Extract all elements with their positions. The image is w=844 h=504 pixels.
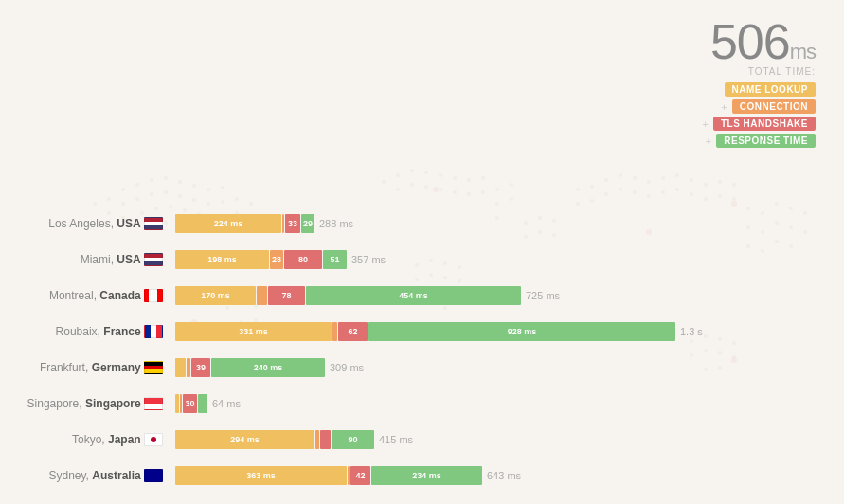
bar-segment-namelookup bbox=[175, 394, 179, 413]
location-label: Miami, USA bbox=[9, 253, 175, 267]
bar-segment-tls bbox=[320, 430, 331, 449]
legend: 506ms TOTAL TIME: NAME LOOKUP + CONNECTI… bbox=[703, 17, 817, 148]
bar-segment-connection bbox=[315, 430, 319, 449]
bar-segment-response: 928 ms bbox=[368, 322, 675, 341]
table-row: Frankfurt, Germany 39240 ms309 ms bbox=[9, 352, 825, 383]
chart-area: Los Angeles, USA 224 ms3329288 msMiami, … bbox=[0, 208, 844, 504]
bar-segment-response bbox=[198, 394, 207, 413]
bar-segment-connection bbox=[187, 358, 190, 377]
bar-segment-namelookup: 224 ms bbox=[175, 214, 281, 233]
bar-segment-tls: 80 bbox=[284, 250, 322, 269]
table-row: Tokyo, Japan 294 ms90415 ms bbox=[9, 424, 825, 455]
bar-total-label: 643 ms bbox=[487, 470, 521, 481]
bar-total-label: 725 ms bbox=[526, 290, 560, 301]
bar-segment-connection bbox=[180, 394, 182, 413]
bar-segment-response: 29 bbox=[301, 214, 314, 233]
bar-total-label: 415 ms bbox=[379, 434, 413, 445]
bar-segment-connection bbox=[257, 286, 267, 305]
bar-container: 363 ms42234 ms643 ms bbox=[175, 466, 825, 485]
bar-segment-tls: 78 bbox=[268, 286, 305, 305]
table-row: Montreal, Canada 170 ms78454 ms725 ms bbox=[9, 280, 825, 311]
bar-total-label: 288 ms bbox=[319, 218, 353, 229]
bar-segment-response: 234 ms bbox=[371, 466, 482, 485]
total-time-number: 506 bbox=[710, 14, 790, 69]
bar-segment-namelookup: 198 ms bbox=[175, 250, 269, 269]
flag-fr bbox=[144, 325, 163, 338]
bar-segment-namelookup bbox=[175, 358, 186, 377]
total-time-unit: ms bbox=[790, 40, 816, 63]
location-label: Tokyo, Japan bbox=[9, 433, 175, 447]
bar-segment-response: 454 ms bbox=[306, 286, 521, 305]
location-label: Los Angeles, USA bbox=[9, 217, 175, 231]
flag-ca bbox=[144, 289, 163, 302]
bar-container: 224 ms3329288 ms bbox=[175, 214, 825, 233]
flag-sg bbox=[144, 397, 163, 410]
bar-total-label: 64 ms bbox=[212, 398, 241, 409]
legend-item-connection: + CONNECTION bbox=[721, 99, 816, 114]
bar-segment-connection bbox=[282, 214, 284, 233]
bar-total-label: 1.3 s bbox=[680, 326, 703, 337]
bar-total-label: 357 ms bbox=[351, 254, 386, 265]
bar-segment-tls: 62 bbox=[338, 322, 368, 341]
location-label: Singapore, Singapore bbox=[9, 397, 175, 411]
bar-segment-response: 240 ms bbox=[211, 358, 325, 377]
table-row: Singapore, Singapore 3064 ms bbox=[9, 388, 825, 419]
bar-container: 294 ms90415 ms bbox=[175, 430, 825, 449]
bar-segment-connection bbox=[332, 322, 337, 341]
table-row: Los Angeles, USA 224 ms3329288 ms bbox=[9, 208, 825, 239]
bar-container: 170 ms78454 ms725 ms bbox=[175, 286, 825, 305]
bar-total-label: 309 ms bbox=[330, 362, 364, 373]
flag-de bbox=[144, 361, 163, 374]
table-row: Sydney, Australia 363 ms42234 ms643 ms bbox=[9, 460, 825, 491]
bar-container: 198 ms288051357 ms bbox=[175, 250, 825, 269]
legend-items: NAME LOOKUP + CONNECTION + TLS HANDSHAKE… bbox=[703, 82, 817, 148]
legend-item-response: + RESPONSE TIME bbox=[706, 134, 816, 148]
table-row: Miami, USA 198 ms288051357 ms bbox=[9, 244, 825, 275]
total-time-value: 506ms bbox=[703, 17, 817, 66]
badge-namelookup: NAME LOOKUP bbox=[725, 82, 817, 97]
flag-us bbox=[144, 253, 163, 266]
flag-au bbox=[144, 469, 163, 482]
badge-response: RESPONSE TIME bbox=[716, 134, 816, 148]
bar-segment-tls: 30 bbox=[183, 394, 197, 413]
bar-segment-tls: 42 bbox=[350, 466, 370, 485]
legend-item-namelookup: NAME LOOKUP bbox=[725, 82, 817, 97]
location-label: Sydney, Australia bbox=[9, 469, 175, 483]
bar-segment-namelookup: 294 ms bbox=[175, 430, 314, 449]
bar-container: 39240 ms309 ms bbox=[175, 358, 825, 377]
badge-connection: CONNECTION bbox=[732, 99, 816, 114]
bar-segment-connection: 28 bbox=[270, 250, 283, 269]
badge-tls: TLS HANDSHAKE bbox=[713, 117, 816, 131]
bar-segment-connection bbox=[348, 466, 350, 485]
bar-segment-tls: 39 bbox=[191, 358, 210, 377]
bar-segment-namelookup: 363 ms bbox=[175, 466, 347, 485]
location-label: Frankfurt, Germany bbox=[9, 361, 175, 375]
table-row: Roubaix, France 331 ms62928 ms1.3 s bbox=[9, 316, 825, 347]
location-label: Montreal, Canada bbox=[9, 289, 175, 303]
bar-segment-response: 90 bbox=[332, 430, 374, 449]
flag-us bbox=[144, 217, 163, 230]
bar-segment-namelookup: 331 ms bbox=[175, 322, 332, 341]
bar-segment-response: 51 bbox=[323, 250, 347, 269]
bar-container: 3064 ms bbox=[175, 394, 825, 413]
bar-container: 331 ms62928 ms1.3 s bbox=[175, 322, 825, 341]
legend-item-tls: + TLS HANDSHAKE bbox=[703, 117, 817, 131]
flag-jp bbox=[144, 433, 163, 446]
bar-segment-namelookup: 170 ms bbox=[175, 286, 256, 305]
bar-segment-tls: 33 bbox=[285, 214, 300, 233]
location-label: Roubaix, France bbox=[9, 325, 175, 339]
